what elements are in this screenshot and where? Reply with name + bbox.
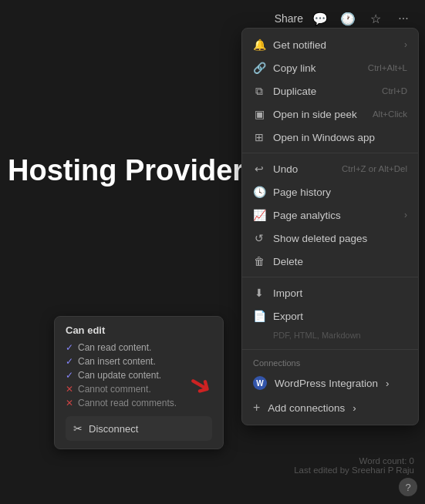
undo-item[interactable]: ↩ Undo Ctrl+Z or Alt+Del: [242, 157, 418, 180]
get-notified-item[interactable]: 🔔 Get notified ›: [242, 33, 418, 56]
perm-read-label: Can read content.: [78, 342, 151, 353]
deleted-icon: ↺: [253, 232, 265, 244]
footer-info: Word count: 0 Last edited by Sreehari P …: [294, 456, 414, 475]
open-side-peek-item[interactable]: ▣ Open in side peek Alt+Click: [242, 102, 418, 126]
copy-link-label: Copy link: [273, 62, 360, 74]
plus-icon: +: [253, 401, 260, 415]
side-peek-icon: ▣: [253, 108, 265, 120]
open-side-peek-label: Open in side peek: [273, 109, 365, 120]
can-edit-tooltip: Can edit ✓ Can read content. ✓ Can inser…: [54, 316, 224, 449]
arrow-wp: ›: [386, 378, 390, 389]
perm-insert-content: ✓ Can insert content.: [66, 356, 212, 367]
comment-icon[interactable]: 💬: [309, 8, 331, 29]
page-analytics-label: Page analytics: [273, 210, 396, 221]
x-icon-1: ✕: [66, 398, 73, 408]
page-history-item[interactable]: 🕓 Page history: [242, 180, 418, 203]
perm-update-content: ✓ Can update content.: [66, 370, 212, 381]
divider-2: [242, 277, 418, 277]
check-icon-1: ✓: [66, 356, 73, 367]
x-icon-0: ✕: [66, 384, 73, 395]
page-analytics-item[interactable]: 📈 Page analytics ›: [242, 203, 418, 227]
side-peek-shortcut: Alt+Click: [373, 109, 407, 119]
connections-section-label: Connections: [242, 354, 418, 371]
context-menu: 🔔 Get notified › 🔗 Copy link Ctrl+Alt+L …: [241, 28, 419, 425]
show-deleted-item[interactable]: ↺ Show deleted pages: [242, 227, 418, 250]
help-button[interactable]: ?: [399, 478, 417, 496]
clock-icon[interactable]: 🕐: [337, 8, 359, 29]
share-label: Share: [275, 12, 303, 25]
duplicate-icon: ⧉: [253, 85, 265, 97]
perm-insert-label: Can insert content.: [78, 356, 156, 367]
perm-update-label: Can update content.: [78, 370, 161, 381]
arrow-add: ›: [352, 402, 356, 414]
check-icon-2: ✓: [66, 370, 73, 381]
wordpress-icon: W: [253, 376, 267, 390]
page-history-label: Page history: [273, 186, 407, 198]
undo-label: Undo: [273, 163, 334, 175]
windows-icon: ⊞: [253, 131, 265, 143]
export-subtitle: PDF, HTML, Markdown: [273, 331, 361, 340]
duplicate-item[interactable]: ⧉ Duplicate Ctrl+D: [242, 79, 418, 102]
perm-no-read-comments-label: Cannot read comments.: [78, 398, 177, 408]
word-count: Word count: 0: [294, 456, 414, 465]
analytics-icon: 📈: [253, 209, 265, 221]
open-windows-app-item[interactable]: ⊞ Open in Windows app: [242, 126, 418, 149]
arrow-icon-7: ›: [404, 210, 407, 220]
delete-item[interactable]: 🗑 Delete: [242, 250, 418, 273]
more-options-icon[interactable]: ···: [393, 8, 414, 29]
open-windows-label: Open in Windows app: [273, 132, 407, 143]
help-label: ?: [405, 482, 410, 493]
wordpress-integration-item[interactable]: W WordPress Integration ›: [242, 371, 418, 395]
perm-no-comment: ✕ Cannot comment.: [66, 384, 212, 395]
arrow-icon-0: ›: [404, 39, 407, 50]
wordpress-label: WordPress Integration: [275, 378, 378, 389]
link-icon: 🔗: [253, 62, 265, 74]
disconnect-icon: ✂: [73, 422, 83, 435]
import-label: Import: [273, 287, 407, 299]
undo-shortcut: Ctrl+Z or Alt+Del: [342, 164, 407, 173]
disconnect-label: Disconnect: [89, 423, 138, 435]
show-deleted-label: Show deleted pages: [273, 233, 407, 244]
bell-icon: 🔔: [253, 39, 265, 51]
can-edit-title: Can edit: [66, 324, 212, 336]
export-label: Export: [273, 311, 407, 322]
perm-read-content: ✓ Can read content.: [66, 342, 212, 353]
duplicate-label: Duplicate: [273, 86, 374, 97]
disconnect-button[interactable]: ✂ Disconnect: [66, 416, 212, 441]
add-connections-item[interactable]: + Add connections ›: [242, 395, 418, 420]
perm-no-read-comments: ✕ Cannot read comments.: [66, 398, 212, 408]
get-notified-label: Get notified: [273, 39, 396, 51]
divider-3: [242, 349, 418, 350]
add-connections-label: Add connections: [268, 402, 345, 414]
import-item[interactable]: ⬇ Import: [242, 281, 418, 304]
last-edited: Last edited by Sreehari P Raju: [294, 465, 414, 475]
page-title: Hosting Provider: [8, 154, 244, 187]
export-item[interactable]: 📄 Export PDF, HTML, Markdown: [242, 304, 418, 345]
divider-1: [242, 153, 418, 153]
trash-icon: 🗑: [253, 255, 265, 267]
history-icon: 🕓: [253, 186, 265, 198]
check-icon-0: ✓: [66, 342, 73, 353]
copy-link-item[interactable]: 🔗 Copy link Ctrl+Alt+L: [242, 56, 418, 79]
copy-link-shortcut: Ctrl+Alt+L: [368, 63, 407, 72]
export-icon: 📄: [253, 310, 265, 322]
star-icon[interactable]: ☆: [365, 8, 386, 29]
undo-icon: ↩: [253, 163, 265, 175]
perm-no-comment-label: Cannot comment.: [78, 384, 151, 395]
delete-label: Delete: [273, 256, 407, 267]
import-icon: ⬇: [253, 287, 265, 299]
duplicate-shortcut: Ctrl+D: [382, 86, 407, 96]
